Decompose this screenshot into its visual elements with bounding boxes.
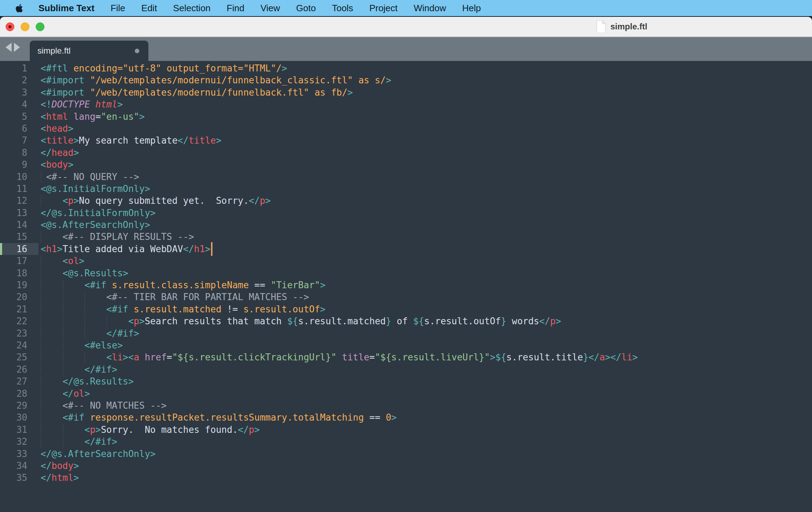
- line-number[interactable]: 24: [0, 339, 27, 351]
- line-number[interactable]: 28: [0, 388, 27, 400]
- zoom-button[interactable]: [36, 22, 44, 31]
- code-text: <#else>: [41, 339, 123, 351]
- code-line[interactable]: 34</body>: [0, 460, 812, 472]
- line-number[interactable]: 34: [0, 460, 27, 472]
- tab-scroll-right-icon[interactable]: [14, 43, 20, 52]
- code-line[interactable]: 6<head>: [0, 123, 812, 134]
- menu-item-project[interactable]: Project: [369, 3, 398, 14]
- code-line[interactable]: 22 <p>Search results that match ${s.resu…: [0, 315, 812, 327]
- tab-simple-ftl[interactable]: simple.ftl: [30, 41, 148, 61]
- line-number[interactable]: 9: [0, 159, 27, 171]
- code-line[interactable]: 14<@s.AfterSearchOnly>: [0, 219, 812, 231]
- tab-scroll-left-icon[interactable]: [6, 43, 12, 52]
- code-line[interactable]: 9<body>: [0, 159, 812, 171]
- menu-item-find[interactable]: Find: [227, 3, 245, 14]
- menu-item-selection[interactable]: Selection: [173, 3, 211, 14]
- document-icon[interactable]: [596, 21, 606, 33]
- code-line[interactable]: 30 <#if response.resultPacket.resultsSum…: [0, 411, 812, 423]
- minimize-button[interactable]: [21, 22, 29, 31]
- line-number[interactable]: 13: [0, 207, 27, 219]
- line-number[interactable]: 15: [0, 231, 27, 243]
- line-number[interactable]: 1: [0, 62, 27, 74]
- code-line[interactable]: 7<title>My search template</title>: [0, 134, 812, 146]
- code-editor[interactable]: 1<#ftl encoding="utf-8" output_format="H…: [0, 61, 812, 512]
- menu-item-sublime-text[interactable]: Sublime Text: [38, 3, 94, 14]
- code-line[interactable]: 27 </@s.Results>: [0, 375, 812, 387]
- line-number[interactable]: 14: [0, 219, 27, 231]
- code-line[interactable]: 4<!DOCTYPE html>: [0, 98, 812, 110]
- code-line[interactable]: 24 <#else>: [0, 339, 812, 351]
- line-number[interactable]: 33: [0, 448, 27, 460]
- code-line[interactable]: 23 </#if>: [0, 327, 812, 339]
- line-number[interactable]: 16: [0, 243, 27, 255]
- line-number[interactable]: 4: [0, 98, 27, 110]
- line-number[interactable]: 19: [0, 279, 27, 291]
- window-title: simple.ftl: [610, 22, 647, 32]
- menu-item-tools[interactable]: Tools: [332, 3, 353, 14]
- code-line[interactable]: 8</head>: [0, 147, 812, 159]
- line-number[interactable]: 8: [0, 147, 27, 159]
- window-title-group: simple.ftl: [596, 17, 647, 36]
- code-line[interactable]: 5<html lang="en-us">: [0, 111, 812, 123]
- unsaved-dot-icon: [8, 25, 12, 28]
- code-line[interactable]: 33</@s.AfterSearchOnly>: [0, 448, 812, 460]
- line-number[interactable]: 32: [0, 436, 27, 448]
- code-line[interactable]: 26 </#if>: [0, 364, 812, 375]
- code-line[interactable]: 31 <p>Sorry. No matches found.</p>: [0, 424, 812, 436]
- code-line[interactable]: 2<#import "/web/templates/modernui/funne…: [0, 74, 812, 86]
- line-number[interactable]: 3: [0, 87, 27, 98]
- line-number[interactable]: 17: [0, 255, 27, 267]
- code-text: <#if s.result.class.simpleName == "TierB…: [41, 279, 326, 291]
- line-number[interactable]: 27: [0, 375, 27, 387]
- title-bar[interactable]: simple.ftl: [0, 17, 812, 37]
- line-number[interactable]: 25: [0, 351, 27, 363]
- line-number[interactable]: 30: [0, 411, 27, 423]
- code-line[interactable]: 19 <#if s.result.class.simpleName == "Ti…: [0, 279, 812, 291]
- line-number[interactable]: 31: [0, 424, 27, 436]
- line-number[interactable]: 23: [0, 327, 27, 339]
- code-line[interactable]: 20 <#-- TIER BAR FOR PARTIAL MATCHES -->: [0, 291, 812, 303]
- menu-item-view[interactable]: View: [260, 3, 280, 14]
- code-line[interactable]: 21 <#if s.result.matched != s.result.out…: [0, 303, 812, 315]
- line-number[interactable]: 6: [0, 123, 27, 134]
- line-number[interactable]: 5: [0, 111, 27, 123]
- code-text: </head>: [41, 147, 79, 159]
- code-line[interactable]: 12 <p>No query submitted yet. Sorry.</p>: [0, 195, 812, 207]
- code-line[interactable]: 3<#import "/web/templates/modernui/funne…: [0, 87, 812, 98]
- code-line[interactable]: 28 </ol>: [0, 388, 812, 400]
- code-text: <p>Search results that match ${s.result.…: [41, 315, 561, 327]
- code-line[interactable]: 16<h1>Title added via WebDAV</h1>: [0, 243, 812, 255]
- code-line[interactable]: 35</html>: [0, 472, 812, 484]
- line-number[interactable]: 22: [0, 315, 27, 327]
- line-number[interactable]: 29: [0, 400, 27, 411]
- apple-menu[interactable]: [15, 4, 23, 13]
- line-number[interactable]: 2: [0, 74, 27, 86]
- menu-item-help[interactable]: Help: [462, 3, 481, 14]
- line-number[interactable]: 12: [0, 195, 27, 207]
- close-button[interactable]: [6, 22, 14, 31]
- code-line[interactable]: 18 <@s.Results>: [0, 267, 812, 279]
- code-line[interactable]: 10 <#-- NO QUERY -->: [0, 171, 812, 183]
- code-line[interactable]: 17 <ol>: [0, 255, 812, 267]
- menu-item-file[interactable]: File: [111, 3, 125, 14]
- line-number[interactable]: 26: [0, 364, 27, 375]
- code-line[interactable]: 25 <li><a href="${s.result.clickTracking…: [0, 351, 812, 363]
- menu-item-window[interactable]: Window: [414, 3, 446, 14]
- line-number[interactable]: 21: [0, 303, 27, 315]
- code-line[interactable]: 32 </#if>: [0, 436, 812, 448]
- code-line[interactable]: 11<@s.InitialFormOnly>: [0, 183, 812, 195]
- line-number[interactable]: 35: [0, 472, 27, 484]
- line-number[interactable]: 7: [0, 134, 27, 146]
- line-number[interactable]: 10: [0, 171, 27, 183]
- code-line[interactable]: 13</@s.InitialFormOnly>: [0, 207, 812, 219]
- code-line[interactable]: 15 <#-- DISPLAY RESULTS -->: [0, 231, 812, 243]
- code-text: </#if>: [41, 436, 117, 448]
- code-line[interactable]: 1<#ftl encoding="utf-8" output_format="H…: [0, 62, 812, 74]
- line-number[interactable]: 18: [0, 267, 27, 279]
- line-number[interactable]: 20: [0, 291, 27, 303]
- line-number[interactable]: 11: [0, 183, 27, 195]
- code-line[interactable]: 29 <#-- NO MATCHES -->: [0, 400, 812, 411]
- menu-item-edit[interactable]: Edit: [141, 3, 157, 14]
- menu-item-goto[interactable]: Goto: [296, 3, 316, 14]
- menu-items: Sublime TextFileEditSelectionFindViewGot…: [38, 3, 481, 14]
